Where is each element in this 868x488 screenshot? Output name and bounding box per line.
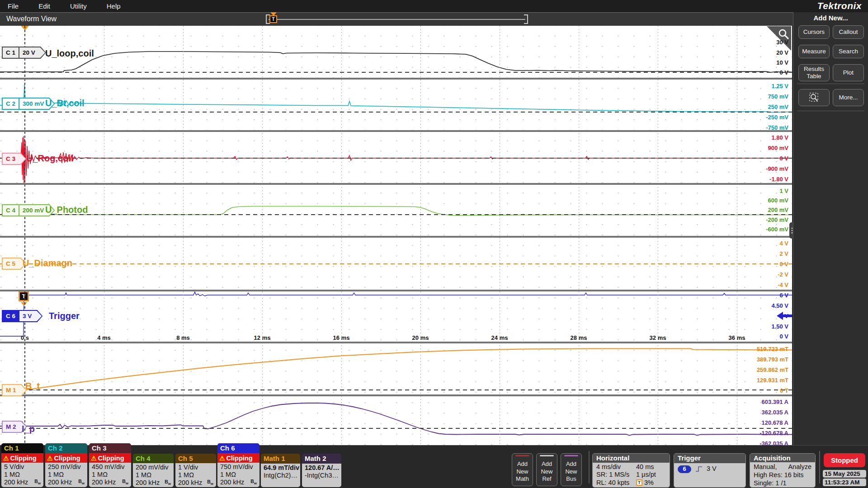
- channel-config-badge-ch3[interactable]: Ch 3⚠Clipping450 mV/div1 MΩ200 kHzBw: [89, 443, 131, 487]
- panel-button-measure[interactable]: Measure: [798, 45, 830, 58]
- channel-config-badge-math1[interactable]: Math 164.9 mT/divIntg(Ch2)…: [261, 454, 300, 487]
- run-status-badge[interactable]: Stopped: [824, 453, 865, 467]
- scale-label-m1: 519.723 mT: [757, 346, 788, 352]
- time-tick-label: 0 s: [21, 334, 29, 341]
- channel-config-badge-ch1[interactable]: Ch 1⚠Clipping5 V/div1 MΩ200 kHzBw: [1, 443, 43, 487]
- horizontal-scale: 4 ms/div: [596, 463, 636, 471]
- scale-label-m1: 0 T: [780, 387, 788, 394]
- horizontal-panel[interactable]: Horizontal 4 ms/div40 ms SR: 1 MS/s1 µs/…: [592, 453, 670, 488]
- badge-row: -Intg(Ch3…: [302, 472, 341, 479]
- channel-id-label: M 1: [3, 385, 19, 395]
- acquisition-panel[interactable]: Acquisition Manual, Analyze High Res: 16…: [750, 453, 816, 488]
- scale-label-c3: -900 mV: [766, 165, 788, 172]
- magnifier-icon[interactable]: [798, 89, 830, 106]
- badge-row-text: 64.9 mT/div: [264, 464, 299, 472]
- panel-button-more[interactable]: More...: [833, 89, 864, 106]
- waveform-plot-area[interactable]: T 30 V20 V10 V0 VC 120 VU_loop,coil1.25 …: [0, 26, 792, 445]
- menu-items: FileEditUtilityHelp: [0, 2, 134, 10]
- channel-config-badge-ch5[interactable]: Ch 51 V/div1 MΩ200 kHzBw: [175, 454, 216, 487]
- add-new-bus-button[interactable]: AddNewBus: [561, 453, 582, 486]
- channel-badge-c6[interactable]: C 63 V: [2, 310, 42, 322]
- badge-row: 200 kHzBw: [89, 479, 131, 486]
- menu-item-help[interactable]: Help: [100, 2, 127, 10]
- channel-name-c5[interactable]: U_Diamagn: [23, 258, 72, 268]
- channel-name-c6[interactable]: Trigger: [49, 311, 80, 321]
- menu-item-edit[interactable]: Edit: [32, 2, 57, 10]
- badge-header: Ch 5: [175, 454, 216, 463]
- badge-row: 450 mV/div: [89, 463, 131, 471]
- scale-label-m1: 129.931 mT: [757, 377, 788, 384]
- badge-row-text: 450 mV/div: [92, 463, 125, 471]
- time-tick-label: 20 ms: [412, 334, 429, 341]
- grid-line: [420, 26, 421, 445]
- badge-row-text: 120.67 A/…: [305, 464, 340, 472]
- badge-row-text: 750 mV/div: [220, 463, 253, 471]
- channel-config-badge-ch6[interactable]: Ch 6⚠Clipping750 mV/div1 MΩ200 kHzBw: [217, 443, 259, 487]
- channel-id-label: M 2: [3, 422, 19, 432]
- channel-config-badge-math2[interactable]: Math 2120.67 A/…-Intg(Ch3…: [302, 454, 341, 487]
- panel-button-cursors[interactable]: Cursors: [798, 25, 830, 39]
- scale-label-c2: 1.25 V: [771, 83, 788, 89]
- add-new-ref-button[interactable]: AddNewRef: [536, 453, 557, 486]
- trace-m2: [0, 403, 792, 436]
- time-value: 11:53:23 AM: [823, 479, 866, 486]
- record-trigger-marker[interactable]: T: [269, 15, 277, 23]
- record-view-right-bracket[interactable]: [524, 14, 528, 24]
- waveform-view-titlebar: Waveform View T: [0, 12, 793, 26]
- scale-label-c2: 250 mV: [768, 103, 788, 110]
- trigger-level-value: 3 V: [707, 465, 717, 473]
- badge-body: 450 mV/div1 MΩ200 kHzBw: [89, 463, 131, 487]
- scale-label-c2: -250 mV: [766, 114, 788, 121]
- scale-label-c3: 1.80 V: [771, 134, 788, 141]
- acquisition-panel-title: Acquisition: [750, 454, 815, 462]
- trigger-t-marker[interactable]: T: [19, 291, 29, 301]
- panel-button-callout[interactable]: Callout: [833, 25, 864, 39]
- badge-row-text: 1 MΩ: [220, 471, 236, 479]
- time-tick-label: 12 ms: [254, 334, 271, 341]
- badge-row: 200 kHzBw: [1, 479, 43, 486]
- scale-label-c2: 750 mV: [768, 93, 788, 100]
- channel-badge-c1[interactable]: C 120 V: [2, 47, 46, 59]
- scale-label-c1: 0 V: [779, 69, 788, 76]
- channel-scale-label: 20 V: [19, 47, 38, 58]
- sample-rate: SR: 1 MS/s: [596, 471, 636, 479]
- acquisition-resolution: High Res: 16 bits: [754, 471, 811, 479]
- channel-name-m2[interactable]: I_p: [22, 424, 35, 434]
- scale-label-c4: 600 mV: [768, 197, 788, 204]
- record-view-line: [269, 19, 525, 20]
- channel-name-c2[interactable]: U_Bt,coil: [45, 98, 85, 108]
- channel-id-label: C 1: [3, 47, 19, 58]
- badge-body: 750 mV/div1 MΩ200 kHzBw: [217, 463, 259, 487]
- menu-item-file[interactable]: File: [1, 2, 25, 10]
- clipping-warning: ⚠Clipping: [45, 453, 87, 463]
- scale-label-c5: -2 V: [778, 271, 788, 278]
- acquisition-mode: Manual,: [754, 463, 777, 471]
- channel-name-c4[interactable]: U_Photod: [45, 205, 88, 215]
- bandwidth-limit-icon: Bw: [165, 478, 171, 487]
- grid-line: [262, 26, 263, 445]
- scale-label-m2: 362.035 A: [761, 409, 788, 416]
- divider: [589, 451, 590, 483]
- badge-row-text: 1 MΩ: [48, 471, 64, 479]
- channel-config-badge-ch4[interactable]: Ch 4200 mV/div1 MΩ200 kHzBw: [133, 454, 174, 487]
- trigger-panel[interactable]: Trigger 6 3 V: [674, 453, 746, 488]
- scale-label-c4: -200 mV: [766, 216, 788, 223]
- channel-config-badge-ch2[interactable]: Ch 2⚠Clipping250 mV/div1 MΩ200 kHzBw: [45, 443, 87, 487]
- panel-button-plot[interactable]: Plot: [833, 64, 864, 81]
- channel-name-c3[interactable]: U_Rog,coil: [26, 153, 73, 164]
- scale-label-c5: 2 V: [779, 250, 788, 257]
- badge-row: 5 V/div: [1, 463, 43, 471]
- channel-name-c1[interactable]: U_loop,coil: [45, 48, 94, 59]
- panel-button-results-table[interactable]: Results Table: [798, 64, 830, 81]
- add-new-math-button[interactable]: AddNewMath: [512, 453, 533, 486]
- panel-button-search[interactable]: Search: [833, 45, 864, 58]
- channel-name-m1[interactable]: B_t: [25, 381, 40, 391]
- time-tick-label: 36 ms: [729, 334, 745, 341]
- badge-header: Ch 3: [89, 443, 131, 453]
- scale-label-c6: 1.50 V: [771, 323, 788, 330]
- datetime-display: 15 May 2025 11:53:23 AM: [823, 470, 866, 487]
- record-view-scrollbar[interactable]: T: [266, 14, 528, 25]
- menu-item-utility[interactable]: Utility: [63, 2, 94, 10]
- button-stripe: [564, 455, 578, 456]
- badge-row-text: 200 kHz: [220, 479, 244, 486]
